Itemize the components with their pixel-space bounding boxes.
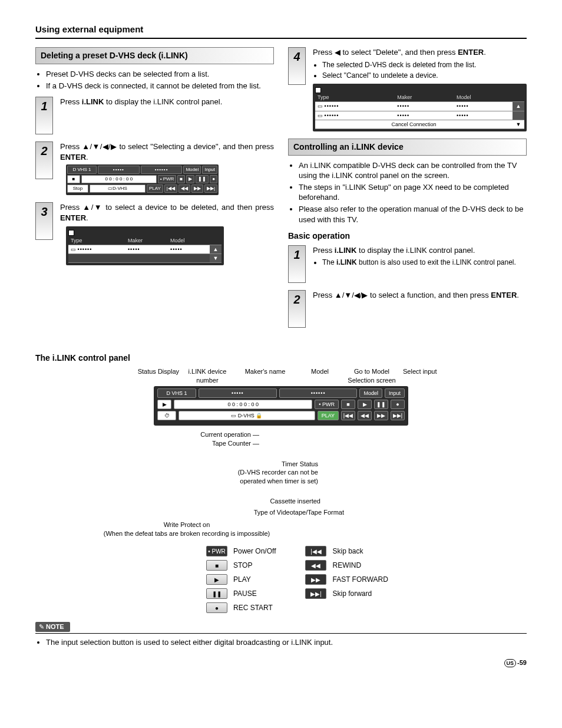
note-label: NOTE	[35, 622, 70, 632]
heading-control: Controlling an i.LINK device	[288, 139, 527, 156]
skip-back-icon: |◀◀	[341, 411, 355, 420]
page-title: Using external equipment	[35, 24, 527, 35]
device-list-panel: TypeMakerModel ▭ ••••••••••••••••▲ ▼	[66, 226, 224, 265]
step-number: 3	[35, 202, 53, 240]
pwr-icon: • PWR	[206, 546, 227, 556]
delete-bullets: Preset D-VHS decks can be selected from …	[35, 69, 274, 91]
step-body: Press ▲/▼/◀/▶ to select a function, and …	[313, 290, 527, 301]
diagram-heading: The i.LINK control panel	[35, 353, 527, 364]
ff-icon: ▶▶	[305, 574, 326, 585]
sub-bullet: The selected D-VHS deck is deleted from …	[322, 60, 527, 70]
button-legend: • PWRPower On/Off ■STOP ▶PLAY ❚❚PAUSE ●R…	[206, 546, 527, 613]
bullet: An i.LINK compatible D-VHS deck can be c…	[299, 160, 527, 181]
rec-icon: ●	[206, 602, 227, 613]
stop-icon: ■	[206, 560, 227, 571]
step-number: 2	[35, 141, 53, 179]
subheading-basic: Basic operation	[288, 230, 527, 242]
rewind-icon: ◀◀	[305, 560, 326, 571]
step-body: Press ◀ to select "Delete", and then pre…	[313, 47, 527, 131]
ilink-control-panel: D VHS 1 ••••• •••••• Model Input ▶ 0 0 :…	[154, 386, 408, 426]
control-bullets: An i.LINK compatible D-VHS deck can be c…	[288, 160, 527, 225]
stop-icon: ■	[341, 400, 355, 409]
skip-fwd-icon: ▶▶|	[305, 588, 326, 599]
sub-bullet: Select "Cancel" to undelete a device.	[322, 71, 527, 80]
bullet: The steps in "i.LINK Setup" on page XX n…	[299, 182, 527, 203]
bullet: Preset D-VHS decks can be selected from …	[46, 69, 274, 80]
step-body: Press i.LINK to display the i.LINK contr…	[60, 97, 274, 107]
heading-delete: Deleting a preset D-VHS deck (i.LINK)	[35, 47, 274, 64]
pause-icon: ❚❚	[206, 588, 227, 599]
step-body: Press ▲/▼/◀/▶ to select "Selecting a dev…	[60, 141, 274, 195]
right-column: 4 Press ◀ to select "Delete", and then p…	[288, 47, 527, 335]
sub-bullet: The i.LINK button is also used to exit t…	[322, 258, 527, 267]
ff-icon: ▶▶	[374, 411, 388, 420]
osd-panel-small: D VHS 1 ••••• •••••• Model Input ■ 0 0 :…	[66, 164, 219, 195]
step-body: Press i.LINK to display the i.LINK contr…	[313, 245, 527, 270]
divider	[35, 38, 527, 39]
skip-fwd-icon: ▶▶|	[391, 411, 405, 420]
step-number: 1	[35, 97, 53, 134]
rewind-icon: ◀◀	[358, 411, 372, 420]
rec-icon: ●	[391, 400, 405, 409]
note-block: NOTE The input selection button is used …	[35, 621, 527, 647]
step-number: 4	[288, 47, 306, 85]
bullet: If a D-VHS deck is connected, it cannot …	[46, 81, 274, 91]
step-number: 1	[288, 245, 306, 283]
play-icon: ▶	[157, 400, 171, 409]
page-footer: US-59	[35, 658, 527, 667]
bullet: Please also refer to the operation manua…	[299, 204, 527, 225]
note-text: The input selection button is used to se…	[46, 637, 527, 648]
diagram-section: The i.LINK control panel Status Display …	[35, 353, 527, 613]
step-number: 2	[288, 290, 306, 328]
play-icon: ▶	[206, 574, 227, 585]
step-body: Press ▲/▼ to select a device to be delet…	[60, 202, 274, 265]
pause-icon: ❚❚	[374, 400, 388, 409]
callouts: Current operation — Tape Counter — Timer…	[35, 430, 527, 538]
skip-back-icon: |◀◀	[305, 546, 326, 556]
left-column: Deleting a preset D-VHS deck (i.LINK) Pr…	[35, 47, 274, 335]
device-list-panel-2: TypeMakerModel ▭ ••••••••••••••••▲ ▭ •••…	[313, 84, 527, 131]
play-icon: ▶	[358, 400, 372, 409]
